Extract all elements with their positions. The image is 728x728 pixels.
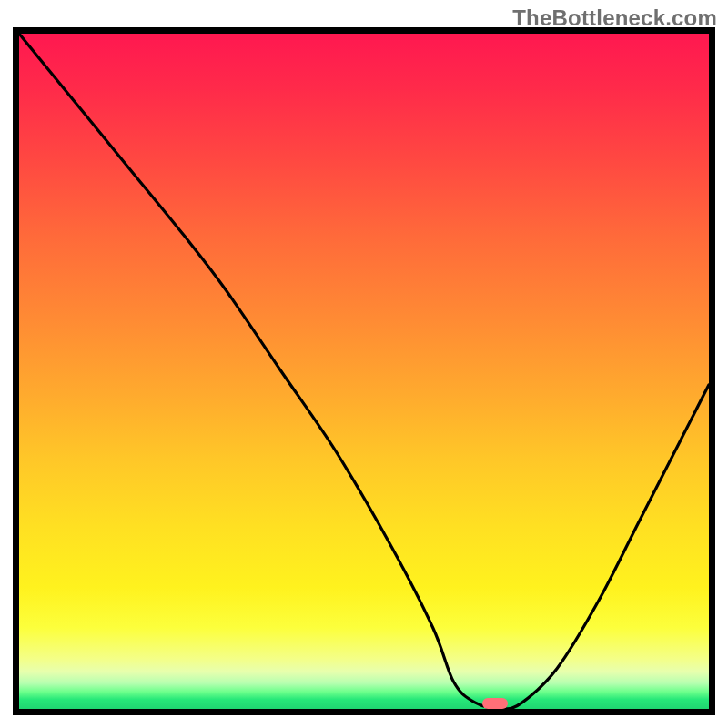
bottleneck-curve: [19, 34, 709, 709]
chart-container: TheBottleneck.com: [0, 0, 728, 728]
curve-svg: [19, 34, 709, 709]
watermark-text: TheBottleneck.com: [512, 5, 717, 31]
optimal-marker: [482, 698, 508, 709]
plot-area: [13, 27, 715, 715]
